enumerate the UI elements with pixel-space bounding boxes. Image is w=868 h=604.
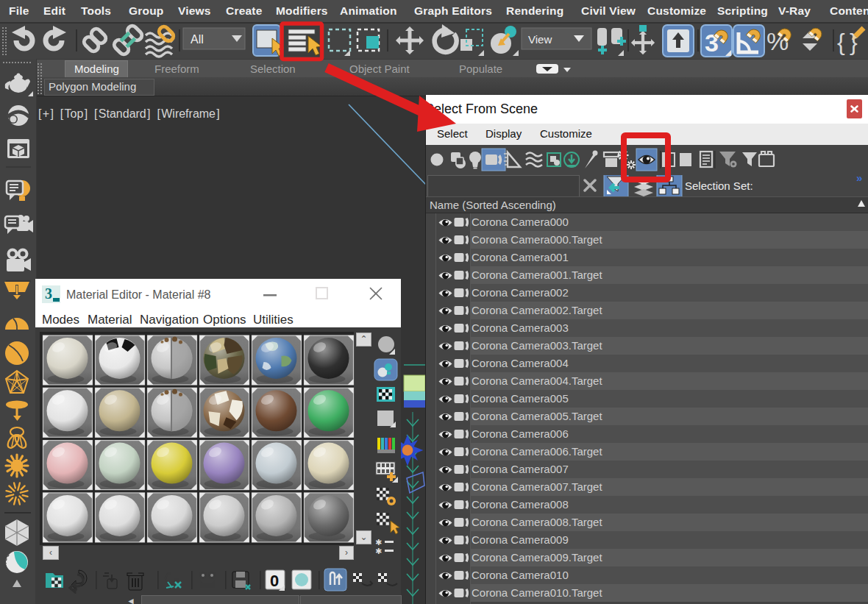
svg-text:{ }: { } bbox=[837, 29, 858, 55]
svg-text:3: 3 bbox=[45, 285, 52, 302]
svg-text:View: View bbox=[528, 33, 552, 46]
svg-text:0: 0 bbox=[270, 572, 279, 590]
svg-text:✱: ✱ bbox=[375, 547, 382, 555]
svg-text:✱: ✱ bbox=[375, 538, 382, 547]
svg-text:All: All bbox=[191, 33, 204, 46]
